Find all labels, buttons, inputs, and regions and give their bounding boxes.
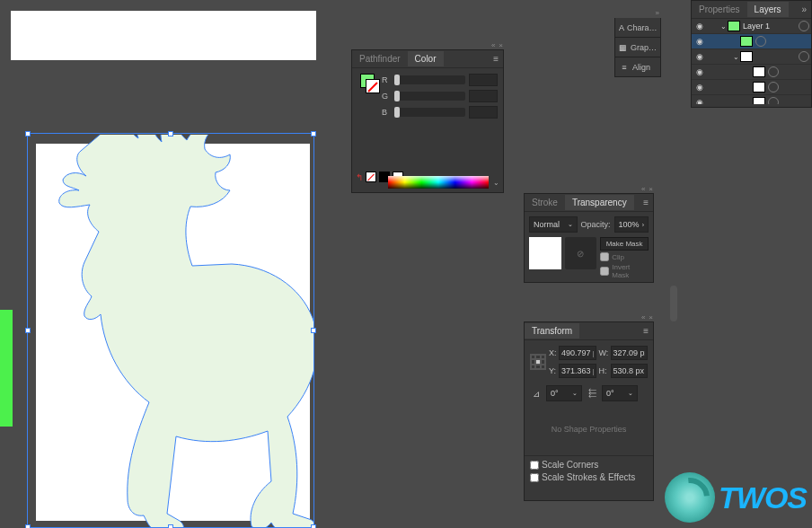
color-spectrum[interactable] <box>388 176 489 189</box>
make-mask-button[interactable]: Make Mask <box>600 237 649 251</box>
invert-mask-checkbox <box>600 267 609 276</box>
spectrum-expand-icon[interactable]: ⌄ <box>493 179 499 187</box>
canvas-area[interactable] <box>0 0 328 528</box>
artboard-strip <box>11 11 316 60</box>
tab-pathfinder[interactable]: Pathfinder <box>352 51 408 66</box>
panel-collapse-icon[interactable]: « <box>491 41 495 50</box>
layer-row[interactable]: ◉ <box>692 95 811 104</box>
dock-collapse-icon[interactable]: » <box>656 9 659 18</box>
handle-mid-left[interactable] <box>25 328 31 333</box>
panel-close-icon[interactable]: × <box>499 41 503 50</box>
layers-panel-header: Properties Layers » <box>692 1 811 19</box>
y-label: Y: <box>549 366 556 375</box>
handle-top-left[interactable] <box>25 131 31 136</box>
layer-row[interactable]: ◉ <box>692 34 811 49</box>
layer-row[interactable]: ◉ <box>692 65 811 80</box>
dock-character[interactable]: A Chara… <box>614 18 661 38</box>
layer-row[interactable]: ◉⌄Layer 1 <box>692 19 811 34</box>
swap-colors-icon[interactable]: ↰ <box>356 172 363 182</box>
rotate-dropdown[interactable]: 0° ⌄ <box>546 385 582 401</box>
opacity-value: 100% <box>619 220 640 229</box>
transparency-panel: «× Stroke Transparency ≡ Normal ⌄ Opacit… <box>524 193 654 283</box>
layer-target-icon[interactable] <box>799 51 809 62</box>
layer-color-swatch <box>728 21 740 31</box>
transform-menu-icon[interactable]: ≡ <box>639 326 653 336</box>
mask-preview-thumbnail[interactable] <box>529 237 561 269</box>
handle-bottom-mid[interactable] <box>168 524 173 528</box>
r-value[interactable] <box>469 74 498 86</box>
panel-divider-handle[interactable] <box>670 286 677 321</box>
handle-bottom-left[interactable] <box>25 524 31 528</box>
none-color-icon[interactable] <box>366 172 376 182</box>
transf-collapse-icon[interactable]: « <box>641 313 645 321</box>
reference-point-selector[interactable] <box>530 354 546 370</box>
color-panel: «× Pathfinder Color ≡ R G <box>351 49 504 193</box>
transparency-menu-icon[interactable]: ≡ <box>639 198 653 207</box>
expand-twisty-icon[interactable]: ⌄ <box>719 22 728 31</box>
transp-close-icon[interactable]: × <box>649 185 653 193</box>
layer-target-icon[interactable] <box>768 66 779 77</box>
tab-properties[interactable]: Properties <box>692 2 747 17</box>
dock-align-label: Align <box>632 63 650 72</box>
collapsed-dock: » A Chara… ▩ Grap… ≡ Align <box>614 9 661 77</box>
transp-collapse-icon[interactable]: « <box>641 185 645 193</box>
clip-label: Clip <box>612 253 624 261</box>
dock-align[interactable]: ≡ Align <box>614 57 661 77</box>
handle-top-right[interactable] <box>311 131 316 136</box>
layers-panel: Properties Layers » ◉⌄Layer 1◉◉⌄◉◉◉ <box>691 0 812 108</box>
selection-bounding-box[interactable] <box>27 133 314 528</box>
b-value[interactable] <box>469 106 498 119</box>
layer-name-label <box>768 82 811 92</box>
y-input[interactable] <box>559 364 596 378</box>
layer-name-label <box>768 97 811 104</box>
twos-watermark: TWOS <box>665 472 807 523</box>
handle-top-mid[interactable] <box>168 131 173 136</box>
opacity-dropdown[interactable]: 100% › <box>614 216 649 233</box>
fill-stroke-swatch[interactable] <box>360 74 380 93</box>
layers-menu-icon[interactable]: » <box>797 4 811 14</box>
opacity-label: Opacity: <box>581 220 611 229</box>
layer-row[interactable]: ◉⌄ <box>692 49 811 65</box>
layer-row[interactable]: ◉ <box>692 80 811 95</box>
transf-close-icon[interactable]: × <box>649 313 653 321</box>
handle-bottom-right[interactable] <box>311 524 316 528</box>
tab-transform[interactable]: Transform <box>525 323 579 339</box>
scale-strokes-checkbox[interactable] <box>530 473 539 482</box>
visibility-eye-icon[interactable]: ◉ <box>692 98 708 104</box>
visibility-eye-icon[interactable]: ◉ <box>692 37 708 46</box>
expand-twisty-icon[interactable]: ⌄ <box>731 53 740 61</box>
shear-dropdown[interactable]: 0° ⌄ <box>602 385 638 401</box>
visibility-eye-icon[interactable]: ◉ <box>692 67 708 76</box>
tab-transparency[interactable]: Transparency <box>565 195 634 210</box>
visibility-eye-icon[interactable]: ◉ <box>692 83 708 92</box>
layers-list: ◉⌄Layer 1◉◉⌄◉◉◉ <box>692 19 811 104</box>
tab-color[interactable]: Color <box>408 51 444 66</box>
tab-layers[interactable]: Layers <box>747 2 789 17</box>
panel-menu-icon[interactable]: ≡ <box>489 54 503 64</box>
g-value[interactable] <box>469 90 498 102</box>
shear-icon: ⬱ <box>586 388 598 399</box>
layer-target-icon[interactable] <box>768 82 779 92</box>
dock-graphic-styles[interactable]: ▩ Grap… <box>614 38 661 57</box>
layer-target-icon[interactable] <box>799 21 809 31</box>
stroke-swatch[interactable] <box>366 79 380 93</box>
r-slider[interactable] <box>394 75 465 84</box>
layer-target-icon[interactable] <box>768 97 779 104</box>
tab-stroke[interactable]: Stroke <box>525 195 565 210</box>
layer-target-icon[interactable] <box>755 36 766 47</box>
layer-name-label <box>768 66 811 77</box>
h-input[interactable] <box>611 364 649 378</box>
visibility-eye-icon[interactable]: ◉ <box>692 22 708 31</box>
layer-color-swatch <box>753 66 765 77</box>
visibility-eye-icon[interactable]: ◉ <box>692 52 708 61</box>
mask-none-thumbnail[interactable]: ⊘ <box>565 237 597 269</box>
blend-mode-dropdown[interactable]: Normal ⌄ <box>529 216 578 233</box>
w-input[interactable] <box>611 346 649 360</box>
handle-mid-right[interactable] <box>311 328 316 333</box>
chevron-down-icon: ⌄ <box>568 221 573 228</box>
scale-corners-checkbox[interactable] <box>530 461 539 470</box>
b-slider[interactable] <box>394 108 465 117</box>
b-label: B <box>382 108 391 117</box>
g-slider[interactable] <box>394 92 465 101</box>
x-input[interactable] <box>559 346 596 360</box>
